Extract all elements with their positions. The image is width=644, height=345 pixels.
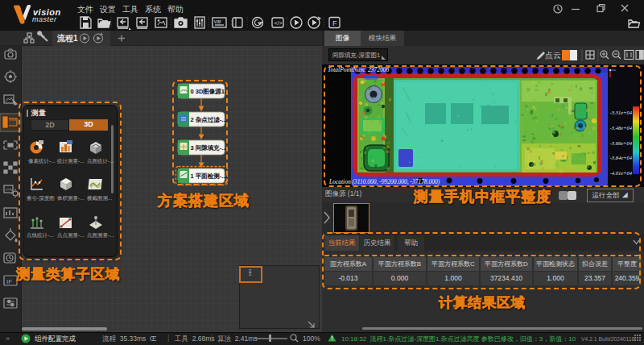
svg-text:-4.01e+04: -4.01e+04 xyxy=(610,170,633,176)
svg-text:横截面测...: 横截面测... xyxy=(87,195,113,202)
svg-text:-3.66e+04: -3.66e+04 xyxy=(610,140,633,146)
svg-text:3 间隙填充-...: 3 间隙填充-... xyxy=(191,144,227,152)
svg-text:统计测量-...: 统计测量-... xyxy=(57,158,85,164)
svg-text:Location (3110.000, -99200.000: Location (3110.000, -99200.000, -37178.0… xyxy=(328,178,440,185)
svg-text:点云: 点云 xyxy=(545,51,561,60)
svg-text:-3.31e+04: -3.31e+04 xyxy=(610,110,633,115)
svg-text:0 3D图像源1: 0 3D图像源1 xyxy=(191,88,225,95)
svg-text:-3.48e+04: -3.48e+04 xyxy=(610,125,633,131)
svg-text:点点测量-...: 点点测量-... xyxy=(57,232,85,239)
svg-text:TotalPointNum: 2372008: TotalPointNum: 2372008 xyxy=(328,66,389,73)
svg-text:1 平面检测-...: 1 平面检测-... xyxy=(191,172,227,180)
svg-text:点面测量-...: 点面测量-... xyxy=(87,232,114,239)
svg-text:点线统计-...: 点线统计-... xyxy=(27,232,54,239)
svg-text:像素统计-...: 像素统计-... xyxy=(28,158,56,164)
svg-text:F: F xyxy=(332,19,337,27)
svg-text:2 杂点过滤-...: 2 杂点过滤-... xyxy=(191,116,227,123)
svg-text:-3.84e+04: -3.84e+04 xyxy=(610,155,633,160)
svg-text:体积测量-...: 体积测量-... xyxy=(57,195,85,202)
svg-text:索引-深度图: 索引-深度图 xyxy=(27,195,55,202)
svg-text:点面统计-...: 点面统计-... xyxy=(87,158,114,164)
